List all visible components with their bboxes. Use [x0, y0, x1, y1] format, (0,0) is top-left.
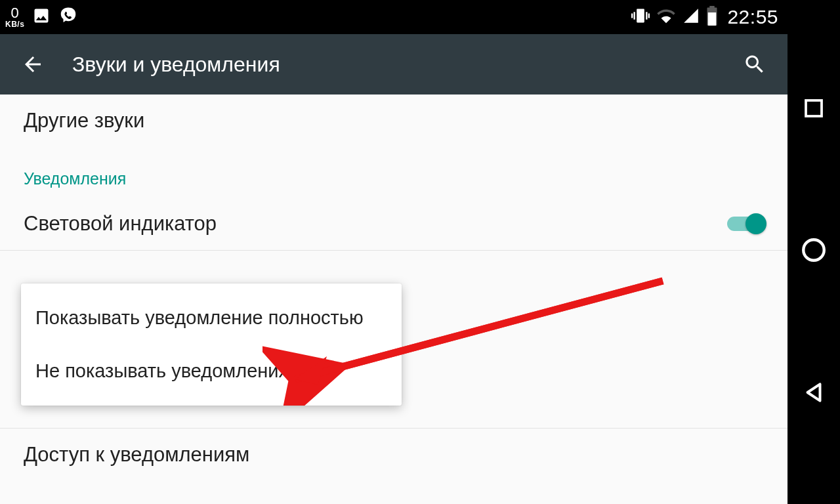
light-indicator-label: Световой индикатор	[24, 212, 217, 236]
wifi-icon	[656, 6, 676, 29]
notification-access-row[interactable]: Доступ к уведомлениям	[0, 429, 788, 481]
signal-icon	[682, 7, 700, 28]
battery-icon	[706, 6, 718, 29]
device-screen: 0 KB/s 22:55	[0, 0, 788, 504]
clock: 22:55	[727, 6, 778, 28]
app-bar: Звуки и уведомления	[0, 34, 788, 94]
status-left: 0 KB/s	[5, 6, 78, 29]
nav-home-button[interactable]	[800, 236, 828, 266]
popup-option-show-full[interactable]: Показывать уведомление полностью	[21, 291, 402, 345]
popup-option-show-full-label: Показывать уведомление полностью	[35, 307, 364, 328]
svg-point-2	[803, 240, 824, 261]
network-speed-indicator: 0 KB/s	[5, 6, 24, 28]
system-nav-bar	[788, 0, 840, 504]
speed-unit: KB/s	[5, 20, 24, 28]
status-right: 22:55	[631, 6, 778, 29]
light-indicator-row[interactable]: Световой индикатор	[0, 198, 788, 250]
notification-access-label: Доступ к уведомлениям	[24, 443, 249, 467]
other-sounds-label: Другие звуки	[24, 109, 144, 133]
page-title: Звуки и уведомления	[72, 52, 715, 77]
search-button[interactable]	[742, 51, 768, 77]
viber-icon	[58, 6, 78, 29]
vibrate-icon	[631, 7, 650, 28]
image-icon	[32, 7, 51, 28]
status-bar: 0 KB/s 22:55	[0, 0, 788, 34]
nav-recent-button[interactable]	[802, 96, 826, 123]
lockscreen-notif-popup: Показывать уведомление полностью Не пока…	[21, 284, 402, 406]
nav-back-button[interactable]	[801, 380, 826, 408]
speed-value: 0	[5, 6, 24, 20]
popup-option-dont-show-label: Не показывать уведомления	[35, 360, 289, 381]
back-button[interactable]	[20, 51, 46, 77]
svg-rect-1	[806, 100, 822, 116]
notifications-section-header: Уведомления	[0, 147, 788, 198]
other-sounds-row[interactable]: Другие звуки	[0, 94, 788, 147]
notifications-section-label: Уведомления	[24, 169, 126, 188]
popup-option-dont-show[interactable]: Не показывать уведомления	[21, 345, 402, 398]
light-indicator-toggle[interactable]	[727, 217, 764, 231]
